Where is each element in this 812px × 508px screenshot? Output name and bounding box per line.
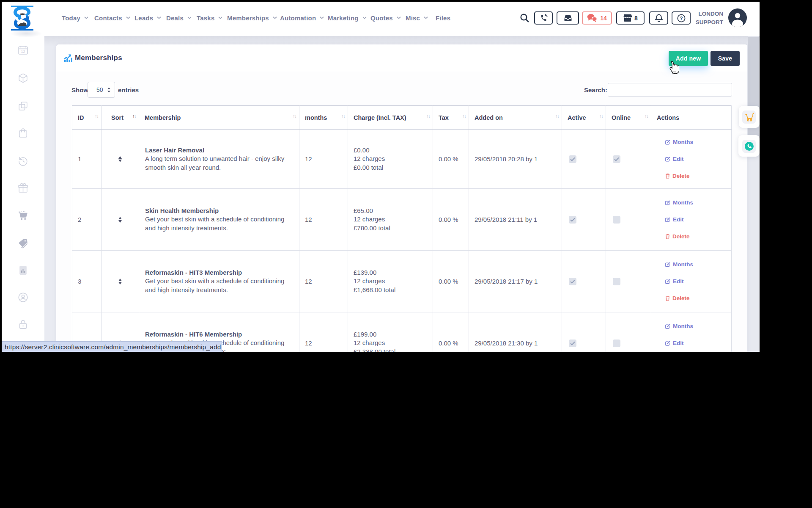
svg-text:12: 12 — [21, 50, 25, 54]
